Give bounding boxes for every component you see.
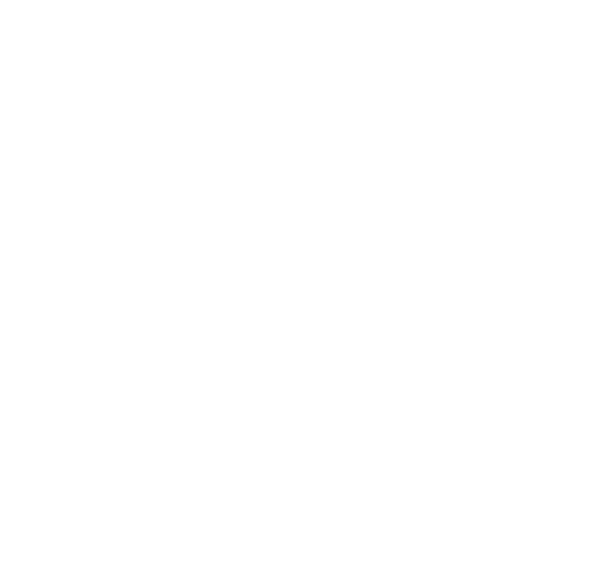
psd-line-chart (0, 0, 613, 582)
psd-chart-container: { "chart_data": { "type": "line", "title… (0, 0, 613, 582)
